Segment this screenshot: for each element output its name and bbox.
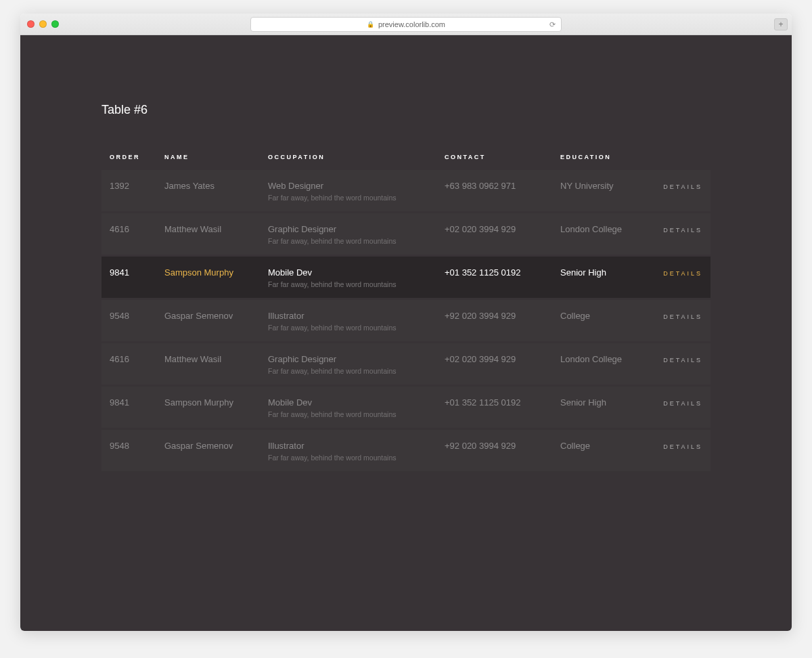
table-row[interactable]: 9841Sampson MurphyMobile DevFar far away… [102,256,710,299]
table-row[interactable]: 9548Gaspar SemenovIllustratorFar far awa… [102,429,710,472]
cell-education: Senior High [552,386,644,429]
th-details [644,144,710,170]
page-title: Table #6 [102,103,710,117]
cell-details: Details [644,386,710,429]
cell-details: Details [644,343,710,386]
details-button[interactable]: Details [663,400,702,407]
th-education: Education [552,144,644,170]
occupation-subtext: Far far away, behind the word mountains [268,367,428,375]
table-row[interactable]: 4616Matthew WasilGraphic DesignerFar far… [102,343,710,386]
occupation-title: Illustrator [268,311,304,321]
cell-name: Matthew Wasil [156,213,260,256]
cell-details: Details [644,429,710,472]
occupation-subtext: Far far away, behind the word mountains [268,324,428,332]
occupation-title: Mobile Dev [268,267,312,278]
occupation-title: Graphic Designer [268,224,336,234]
cell-details: Details [644,256,710,299]
cell-name: Gaspar Semenov [156,299,260,343]
address-bar[interactable]: 🔒 preview.colorlib.com ⟳ [250,17,562,32]
cell-education: NY University [552,170,644,213]
table-header-row: Order Name Occupation Contact Education [102,144,710,170]
cell-order: 4616 [102,343,156,386]
cell-education: Senior High [552,256,644,299]
occupation-title: Mobile Dev [268,397,312,408]
cell-education: London College [552,213,644,256]
cell-order: 9548 [102,299,156,343]
occupation-subtext: Far far away, behind the word mountains [268,410,428,418]
cell-details: Details [644,213,710,256]
lock-icon: 🔒 [367,21,374,28]
cell-details: Details [644,170,710,213]
details-button[interactable]: Details [663,227,702,234]
occupation-subtext: Far far away, behind the word mountains [268,194,428,202]
th-contact: Contact [436,144,552,170]
cell-name: Gaspar Semenov [156,429,260,472]
cell-contact: +92 020 3994 929 [436,299,552,343]
cell-occupation: Graphic DesignerFar far away, behind the… [260,213,436,256]
cell-name: Matthew Wasil [156,343,260,386]
cell-education: London College [552,343,644,386]
th-occupation: Occupation [260,144,436,170]
cell-contact: +63 983 0962 971 [436,170,552,213]
cell-contact: +01 352 1125 0192 [436,256,552,299]
cell-contact: +02 020 3994 929 [436,213,552,256]
table-body: 1392James YatesWeb DesignerFar far away,… [102,170,710,471]
cell-education: College [552,299,644,343]
window-zoom-button[interactable] [51,20,59,28]
cell-occupation: Mobile DevFar far away, behind the word … [260,386,436,429]
occupation-subtext: Far far away, behind the word mountains [268,454,428,462]
cell-occupation: Graphic DesignerFar far away, behind the… [260,343,436,386]
details-button[interactable]: Details [663,313,702,320]
window-close-button[interactable] [27,20,35,28]
address-text: preview.colorlib.com [378,20,445,28]
table-row[interactable]: 9841Sampson MurphyMobile DevFar far away… [102,386,710,429]
details-button[interactable]: Details [663,443,702,450]
cell-details: Details [644,299,710,343]
th-order: Order [102,144,156,170]
occupation-title: Illustrator [268,441,304,451]
details-button[interactable]: Details [663,270,702,277]
occupation-title: Graphic Designer [268,354,336,364]
occupation-title: Web Designer [268,181,323,191]
cell-contact: +02 020 3994 929 [436,343,552,386]
data-table: Order Name Occupation Contact Education … [102,144,710,471]
cell-occupation: Web DesignerFar far away, behind the wor… [260,170,436,213]
window-minimize-button[interactable] [39,20,47,28]
page-viewport: Table #6 Order Name Occupation Contact E… [20,35,792,631]
cell-order: 9548 [102,429,156,472]
th-name: Name [156,144,260,170]
browser-window: 🔒 preview.colorlib.com ⟳ + Table #6 Orde… [20,14,792,631]
cell-occupation: IllustratorFar far away, behind the word… [260,299,436,343]
browser-chrome: 🔒 preview.colorlib.com ⟳ + [20,14,792,35]
cell-contact: +01 352 1125 0192 [436,386,552,429]
cell-name: Sampson Murphy [156,256,260,299]
cell-education: College [552,429,644,472]
details-button[interactable]: Details [663,183,702,190]
cell-order: 9841 [102,256,156,299]
cell-contact: +92 020 3994 929 [436,429,552,472]
cell-name: James Yates [156,170,260,213]
cell-order: 4616 [102,213,156,256]
table-row[interactable]: 1392James YatesWeb DesignerFar far away,… [102,170,710,213]
reload-icon[interactable]: ⟳ [549,20,556,28]
traffic-lights [27,20,59,28]
details-button[interactable]: Details [663,357,702,364]
cell-order: 1392 [102,170,156,213]
occupation-subtext: Far far away, behind the word mountains [268,280,428,288]
cell-occupation: IllustratorFar far away, behind the word… [260,429,436,472]
table-row[interactable]: 9548Gaspar SemenovIllustratorFar far awa… [102,299,710,343]
new-tab-button[interactable]: + [774,18,788,30]
cell-occupation: Mobile DevFar far away, behind the word … [260,256,436,299]
table-row[interactable]: 4616Matthew WasilGraphic DesignerFar far… [102,213,710,256]
occupation-subtext: Far far away, behind the word mountains [268,237,428,245]
cell-order: 9841 [102,386,156,429]
cell-name: Sampson Murphy [156,386,260,429]
